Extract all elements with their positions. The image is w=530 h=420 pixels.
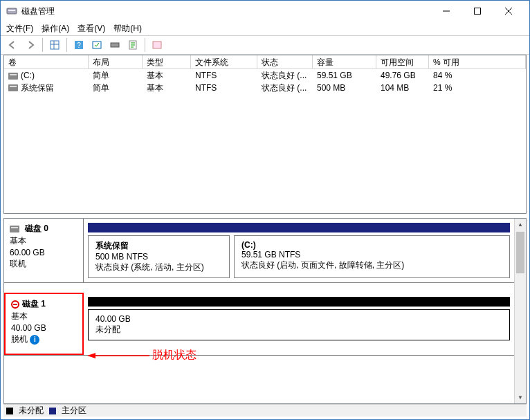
partition-title: (C:)	[241, 240, 502, 250]
cell-capacity: 500 MB	[313, 82, 376, 93]
table-body: (C:) 简单 基本 NTFS 状态良好 (... 59.51 GB 49.76…	[4, 69, 526, 213]
menu-file[interactable]: 文件(F)	[6, 23, 33, 34]
close-button[interactable]	[493, 1, 524, 21]
disk-name: 磁盘 1	[22, 298, 46, 310]
col-capacity[interactable]: 容量	[313, 55, 376, 69]
svg-text:?: ?	[77, 42, 81, 49]
cell-type: 基本	[143, 82, 191, 95]
disk-info-side[interactable]: 磁盘 1 基本 40.00 GB 脱机 i	[4, 293, 84, 355]
disk-partitions: 系统保留 500 MB NTFS 状态良好 (系统, 活动, 主分区) (C:)…	[84, 219, 514, 282]
properties-icon[interactable]	[125, 37, 140, 53]
help-icon[interactable]: ?	[71, 37, 86, 53]
table-row[interactable]: 系统保留 简单 基本 NTFS 状态良好 (... 500 MB 104 MB …	[4, 82, 526, 94]
menu-view[interactable]: 查看(V)	[77, 23, 105, 34]
disk-type: 基本	[10, 235, 77, 247]
legend-swatch-unallocated	[6, 408, 13, 414]
disk-size: 60.00 GB	[10, 248, 77, 257]
disk-type: 基本	[11, 311, 77, 322]
col-free[interactable]: 可用空间	[376, 55, 429, 69]
partition-size: 500 MB NTFS	[95, 252, 222, 262]
legend-label: 未分配	[19, 405, 44, 417]
forward-icon[interactable]	[23, 37, 38, 53]
col-status[interactable]: 状态	[257, 55, 313, 69]
partition-box[interactable]: (C:) 59.51 GB NTFS 状态良好 (启动, 页面文件, 故障转储,…	[234, 235, 510, 278]
cell-volume: (C:)	[21, 71, 35, 80]
partition-status: 未分配	[95, 324, 502, 336]
back-icon[interactable]	[5, 37, 20, 53]
partition-size: 40.00 GB	[95, 314, 502, 324]
cell-status: 状态良好 (...	[257, 69, 313, 82]
maximize-button[interactable]	[462, 1, 493, 21]
disk-size: 40.00 GB	[11, 323, 77, 333]
cell-status: 状态良好 (...	[257, 82, 313, 95]
disk-state: 脱机	[11, 334, 28, 344]
disk-list-icon[interactable]	[107, 37, 122, 53]
cell-free: 104 MB	[376, 82, 429, 93]
toolbar: ?	[1, 35, 529, 55]
cell-fs: NTFS	[191, 70, 257, 81]
col-percent[interactable]: % 可用	[429, 55, 526, 69]
info-icon[interactable]: i	[30, 335, 39, 345]
svg-rect-1	[8, 10, 15, 11]
svg-rect-3	[474, 8, 480, 15]
scroll-up-icon[interactable]: ▲	[515, 219, 526, 230]
disk-management-window: 磁盘管理 文件(F) 操作(A) 查看(V) 帮助(H) ? 卷 布局 类型 文…	[0, 0, 530, 420]
window-title: 磁盘管理	[21, 6, 430, 17]
refresh-icon[interactable]	[89, 37, 104, 53]
partition-bar	[88, 223, 510, 232]
legend-swatch-primary	[49, 408, 56, 414]
cell-percent: 84 %	[429, 70, 526, 81]
scroll-down-icon[interactable]: ▼	[515, 392, 526, 403]
menu-help[interactable]: 帮助(H)	[113, 23, 142, 34]
disk-graphical-view: 磁盘 0 基本 60.00 GB 联机 系统保留 500 MB NTFS 状态良…	[3, 218, 527, 404]
table-view-icon[interactable]	[47, 37, 62, 53]
volume-table: 卷 布局 类型 文件系统 状态 容量 可用空间 % 可用 (C:) 简单 基本 …	[3, 55, 527, 214]
disk-state: 联机	[10, 258, 77, 270]
disk-icon	[10, 226, 19, 232]
cell-layout: 简单	[89, 69, 143, 82]
minimize-button[interactable]	[430, 1, 462, 21]
vertical-scrollbar[interactable]: ▲ ▼	[514, 219, 526, 403]
disk-info-side[interactable]: 磁盘 0 基本 60.00 GB 联机	[4, 219, 84, 282]
col-layout[interactable]: 布局	[89, 55, 143, 69]
partition-title: 系统保留	[95, 240, 222, 252]
partition-box[interactable]: 系统保留 500 MB NTFS 状态良好 (系统, 活动, 主分区)	[88, 235, 230, 278]
col-type[interactable]: 类型	[143, 55, 191, 69]
disk-row: 磁盘 0 基本 60.00 GB 联机 系统保留 500 MB NTFS 状态良…	[4, 219, 514, 283]
partition-box[interactable]: 40.00 GB 未分配	[88, 309, 510, 340]
titlebar[interactable]: 磁盘管理	[1, 1, 529, 21]
svg-rect-6	[51, 41, 59, 49]
partition-status: 状态良好 (系统, 活动, 主分区)	[95, 262, 222, 273]
drive-icon	[8, 84, 18, 91]
table-header: 卷 布局 类型 文件系统 状态 容量 可用空间 % 可用	[4, 55, 526, 69]
toolbar-separator	[66, 38, 67, 52]
toolbar-separator	[145, 38, 145, 52]
partition-bar	[88, 297, 510, 307]
col-volume[interactable]: 卷	[4, 55, 89, 69]
legend: 未分配 主分区	[3, 404, 527, 417]
cell-percent: 21 %	[429, 82, 526, 93]
legend-label: 主分区	[62, 405, 86, 417]
table-row[interactable]: (C:) 简单 基本 NTFS 状态良好 (... 59.51 GB 49.76…	[4, 69, 526, 82]
disk-partitions: 40.00 GB 未分配	[84, 293, 514, 355]
annotation-arrow: 脱机状态	[87, 348, 197, 363]
annotation-text: 脱机状态	[152, 348, 197, 363]
svg-marker-16	[87, 353, 95, 358]
cell-volume: 系统保留	[21, 83, 54, 93]
content-area: 卷 布局 类型 文件系统 状态 容量 可用空间 % 可用 (C:) 简单 基本 …	[1, 55, 529, 419]
cell-capacity: 59.51 GB	[313, 70, 376, 81]
error-icon	[11, 300, 19, 309]
disk-row: 磁盘 1 基本 40.00 GB 脱机 i 40.00 GB 未分配	[4, 293, 514, 356]
cell-type: 基本	[143, 69, 191, 82]
menubar: 文件(F) 操作(A) 查看(V) 帮助(H)	[1, 21, 529, 35]
svg-rect-12	[111, 43, 119, 47]
app-icon	[6, 6, 17, 17]
drive-icon	[8, 73, 18, 80]
toolbar-separator	[42, 38, 43, 52]
settings-icon[interactable]	[149, 37, 165, 53]
menu-action[interactable]: 操作(A)	[42, 23, 69, 34]
col-filesystem[interactable]: 文件系统	[191, 55, 257, 69]
cell-fs: NTFS	[191, 82, 257, 93]
scroll-thumb[interactable]	[516, 232, 524, 273]
partition-size: 59.51 GB NTFS	[241, 250, 502, 259]
